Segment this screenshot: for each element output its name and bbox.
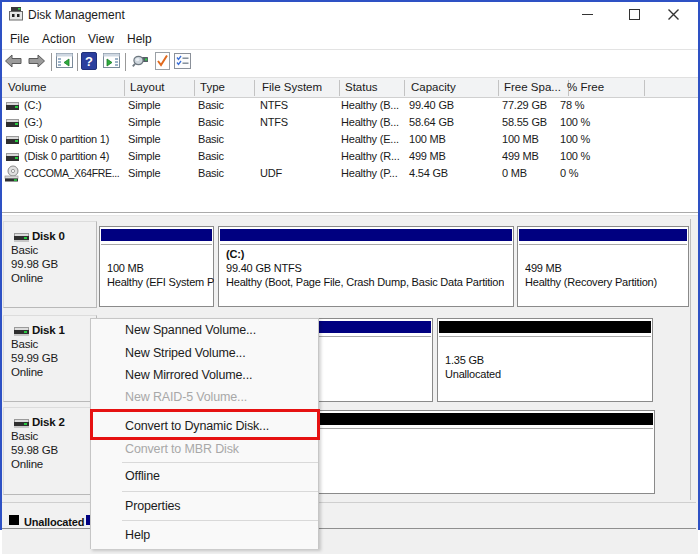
svg-text:?: ? — [85, 54, 93, 69]
